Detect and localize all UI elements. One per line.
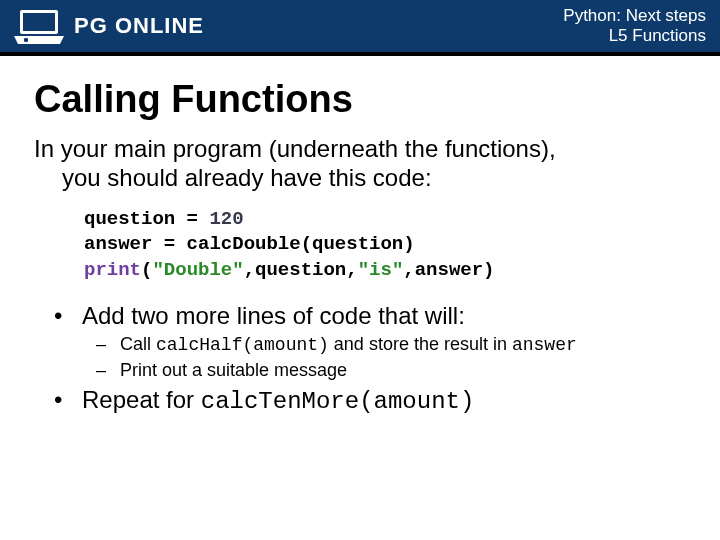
code-sample: question = 120 answer = calcDouble(quest… — [84, 207, 686, 284]
code-l1-num: 120 — [209, 208, 243, 230]
bullet-2-a: Repeat for — [82, 386, 201, 413]
sub1-code1: calcHalf(amount) — [156, 335, 329, 355]
bullet-2: Repeat for calcTenMore(amount) — [34, 386, 686, 417]
course-name: Python: Next steps — [563, 6, 706, 26]
code-l2: answer = calcDouble(question) — [84, 233, 415, 255]
code-l3-b: ,question, — [244, 259, 358, 281]
intro-line2: you should already have this code: — [34, 164, 686, 193]
sub1-code2: answer — [512, 335, 577, 355]
sub-bullet-2: Print out a suitable message — [82, 358, 686, 382]
laptop-icon — [12, 6, 66, 46]
intro-line1: In your main program (underneath the fun… — [34, 135, 556, 162]
code-l3-s1: "Double" — [152, 259, 243, 281]
sub-list: Call calcHalf(amount) and store the resu… — [82, 332, 686, 382]
sub1-a: Call — [120, 334, 156, 354]
brand-online: ONLINE — [108, 13, 204, 38]
svg-rect-1 — [23, 13, 55, 31]
brand-pg: PG — [74, 13, 108, 38]
lesson-name: L5 Functions — [563, 26, 706, 46]
code-l1-a: question = — [84, 208, 209, 230]
bullet-1: Add two more lines of code that will: Ca… — [34, 302, 686, 382]
header-meta: Python: Next steps L5 Functions — [563, 6, 706, 47]
code-l3-c: ,answer) — [403, 259, 494, 281]
bullet-2-code: calcTenMore(amount) — [201, 388, 475, 415]
brand-logo: PG ONLINE — [12, 6, 204, 46]
sub1-b: and store the result in — [329, 334, 512, 354]
sub2-text: Print out a suitable message — [120, 360, 347, 380]
bullet-list: Add two more lines of code that will: Ca… — [34, 302, 686, 417]
intro-text: In your main program (underneath the fun… — [34, 135, 686, 193]
code-l3-s2: "is" — [358, 259, 404, 281]
slide-content: Calling Functions In your main program (… — [0, 56, 720, 417]
bullet-1-text: Add two more lines of code that will: — [82, 302, 465, 329]
slide-header: PG ONLINE Python: Next steps L5 Function… — [0, 0, 720, 56]
brand-text: PG ONLINE — [74, 13, 204, 39]
svg-point-2 — [24, 38, 28, 42]
code-l3-a: ( — [141, 259, 152, 281]
slide-title: Calling Functions — [34, 78, 686, 121]
sub-bullet-1: Call calcHalf(amount) and store the resu… — [82, 332, 686, 357]
code-l3-print: print — [84, 259, 141, 281]
